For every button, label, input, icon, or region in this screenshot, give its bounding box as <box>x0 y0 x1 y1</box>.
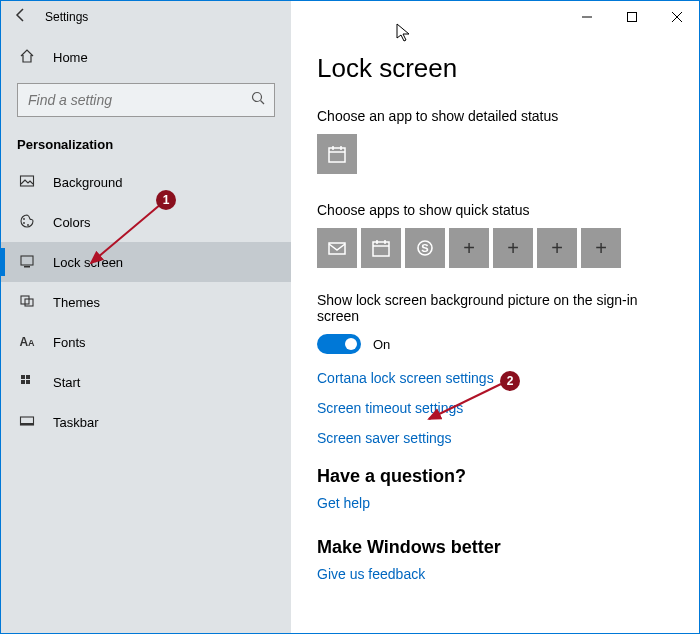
sidebar-item-label: Fonts <box>53 335 86 350</box>
svg-rect-10 <box>21 256 33 265</box>
sidebar-item-start[interactable]: Start <box>1 362 291 402</box>
feedback-heading: Make Windows better <box>317 537 673 558</box>
title-bar: Settings <box>1 1 699 33</box>
sidebar-item-label: Lock screen <box>53 255 123 270</box>
svg-line-5 <box>261 101 265 105</box>
taskbar-icon <box>17 413 37 432</box>
svg-rect-11 <box>24 266 30 268</box>
close-button[interactable] <box>654 1 699 33</box>
svg-rect-20 <box>329 148 345 162</box>
detailed-status-label: Choose an app to show detailed status <box>317 108 673 124</box>
page-title: Lock screen <box>317 53 673 84</box>
svg-rect-19 <box>21 423 34 425</box>
svg-point-8 <box>23 222 25 224</box>
svg-rect-1 <box>627 13 636 22</box>
link-screen-timeout[interactable]: Screen timeout settings <box>317 400 673 416</box>
annotation-badge-2: 2 <box>500 371 520 391</box>
svg-text:S: S <box>421 242 428 254</box>
svg-rect-14 <box>21 375 25 379</box>
sidebar-item-lock-screen[interactable]: Lock screen <box>1 242 291 282</box>
quick-status-label: Choose apps to show quick status <box>317 202 673 218</box>
sidebar-item-background[interactable]: Background <box>1 162 291 202</box>
maximize-button[interactable] <box>609 1 654 33</box>
themes-icon <box>17 293 37 312</box>
svg-rect-15 <box>26 375 30 379</box>
svg-rect-16 <box>21 380 25 384</box>
bg-toggle-label: Show lock screen background picture on t… <box>317 292 673 324</box>
sidebar-item-fonts[interactable]: AA Fonts <box>1 322 291 362</box>
sidebar-item-label: Colors <box>53 215 91 230</box>
bg-toggle-value: On <box>373 337 390 352</box>
sidebar-item-label: Themes <box>53 295 100 310</box>
back-button[interactable] <box>1 7 41 27</box>
window-title: Settings <box>41 10 88 24</box>
quick-app-skype[interactable]: S <box>405 228 445 268</box>
quick-app-add[interactable]: + <box>537 228 577 268</box>
link-feedback[interactable]: Give us feedback <box>317 566 673 582</box>
search-wrap <box>17 83 275 117</box>
quick-app-mail[interactable] <box>317 228 357 268</box>
sidebar-category: Personalization <box>1 131 291 162</box>
sidebar-home[interactable]: Home <box>1 37 291 77</box>
fonts-icon: AA <box>17 335 37 349</box>
main-panel: Lock screen Choose an app to show detail… <box>291 33 699 633</box>
sidebar: Home Personalization Background Colors <box>1 33 291 633</box>
link-screen-saver[interactable]: Screen saver settings <box>317 430 673 446</box>
sidebar-item-colors[interactable]: Colors <box>1 202 291 242</box>
sidebar-item-taskbar[interactable]: Taskbar <box>1 402 291 442</box>
sidebar-item-label: Start <box>53 375 80 390</box>
quick-app-add[interactable]: + <box>581 228 621 268</box>
svg-rect-6 <box>21 176 34 186</box>
question-heading: Have a question? <box>317 466 673 487</box>
quick-app-add[interactable]: + <box>449 228 489 268</box>
quick-app-add[interactable]: + <box>493 228 533 268</box>
svg-rect-25 <box>373 242 389 256</box>
detailed-app-tile[interactable] <box>317 134 357 174</box>
sidebar-item-themes[interactable]: Themes <box>1 282 291 322</box>
home-icon <box>17 48 37 67</box>
image-icon <box>17 173 37 192</box>
link-cortana[interactable]: Cortana lock screen settings <box>317 370 673 386</box>
search-input[interactable] <box>17 83 275 117</box>
lock-icon <box>17 253 37 272</box>
svg-point-9 <box>27 224 29 226</box>
search-icon <box>251 91 265 108</box>
palette-icon <box>17 213 37 232</box>
link-get-help[interactable]: Get help <box>317 495 673 511</box>
bg-toggle[interactable] <box>317 334 361 354</box>
annotation-badge-1: 1 <box>156 190 176 210</box>
start-icon <box>17 373 37 392</box>
svg-point-4 <box>253 93 262 102</box>
sidebar-home-label: Home <box>53 50 88 65</box>
svg-point-7 <box>23 218 25 220</box>
svg-rect-24 <box>329 243 345 254</box>
sidebar-item-label: Background <box>53 175 122 190</box>
sidebar-item-label: Taskbar <box>53 415 99 430</box>
svg-rect-17 <box>26 380 30 384</box>
quick-app-calendar[interactable] <box>361 228 401 268</box>
minimize-button[interactable] <box>564 1 609 33</box>
